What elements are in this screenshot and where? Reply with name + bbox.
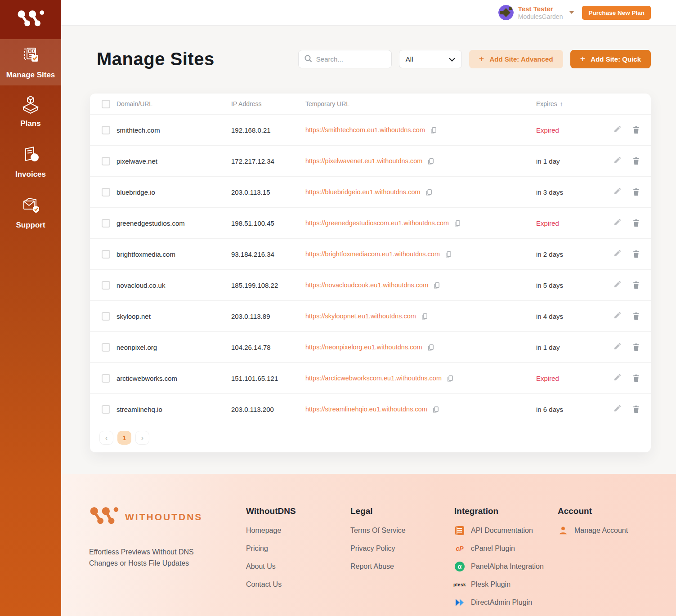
copy-icon[interactable] <box>430 126 437 134</box>
filter-select-value: All <box>406 55 413 63</box>
row-checkbox[interactable] <box>102 281 110 290</box>
copy-icon[interactable] <box>427 157 434 165</box>
edit-icon[interactable] <box>613 219 621 227</box>
footer-link-plesk-plugin[interactable]: plesk Plesk Plugin <box>454 576 558 594</box>
temporary-url-link[interactable]: https://novacloudcouk.eu1.withoutdns.com <box>305 281 428 289</box>
ip-cell: 203.0.113.200 <box>231 406 305 413</box>
footer-link-homepage[interactable]: Homepage <box>246 522 350 540</box>
delete-icon[interactable] <box>632 374 640 382</box>
footer-link-pricing[interactable]: Pricing <box>246 540 350 558</box>
copy-icon[interactable] <box>427 344 434 351</box>
temporary-url-link[interactable]: https://bluebridgeio.eu1.withoutdns.com <box>305 188 421 196</box>
toolbar: All + Add Site: Advanced + Add Site: Qui… <box>298 50 651 68</box>
temporary-url-link[interactable]: https://neonpixelorg.eu1.withoutdns.com <box>305 344 422 351</box>
row-checkbox[interactable] <box>102 374 110 383</box>
add-site-quick-button[interactable]: + Add Site: Quick <box>570 50 651 68</box>
copy-icon[interactable] <box>421 312 428 320</box>
delete-icon[interactable] <box>632 219 640 227</box>
ip-cell: 104.26.14.78 <box>231 344 305 351</box>
temporary-url-link[interactable]: https://arcticwebworkscom.eu1.withoutdns… <box>305 375 442 382</box>
copy-icon[interactable] <box>446 375 454 382</box>
copy-icon[interactable] <box>453 219 461 227</box>
purchase-new-plan-button[interactable]: Purchase New Plan <box>582 6 651 20</box>
temporary-url-link[interactable]: https://brightfoxmediacom.eu1.withoutdns… <box>305 250 440 258</box>
edit-icon[interactable] <box>613 250 621 258</box>
add-site-advanced-button[interactable]: + Add Site: Advanced <box>469 50 563 68</box>
footer-link-manage-account[interactable]: Manage Account <box>558 522 675 540</box>
footer-link-panelalpha-integration[interactable]: α PanelAlpha Integration <box>454 558 558 576</box>
edit-icon[interactable] <box>613 126 621 134</box>
footer-col-title: WithoutDNS <box>246 506 350 516</box>
delete-icon[interactable] <box>632 405 640 413</box>
sidebar-item-invoices[interactable]: $ Invoices <box>0 136 61 187</box>
plus-icon: + <box>479 54 484 64</box>
avatar[interactable] <box>498 5 514 20</box>
edit-icon[interactable] <box>613 312 621 320</box>
delete-icon[interactable] <box>632 312 640 320</box>
edit-icon[interactable] <box>613 281 621 289</box>
temporary-url-link[interactable]: https://pixelwavenet.eu1.withoutdns.com <box>305 157 422 165</box>
footer-link-report-abuse[interactable]: Report Abuse <box>350 558 454 576</box>
search-icon <box>304 54 312 64</box>
footer-link-directadmin-plugin[interactable]: DirectAdmin Plugin <box>454 594 558 612</box>
ip-cell: 203.0.113.15 <box>231 188 305 196</box>
next-page-button[interactable]: › <box>135 431 149 445</box>
search-input[interactable] <box>316 55 386 63</box>
ip-cell: 192.168.0.21 <box>231 126 305 134</box>
temporary-url-link[interactable]: https://skyloopnet.eu1.withoutdns.com <box>305 312 416 320</box>
copy-icon[interactable] <box>433 281 440 289</box>
sidebar-item-manage-sites[interactable]: Manage Sites <box>0 39 61 85</box>
edit-icon[interactable] <box>613 188 621 196</box>
expires-cell: in 3 days <box>536 188 613 196</box>
footer: WITHOUTDNS Effortless Previews Without D… <box>61 474 676 616</box>
ip-cell: 172.217.12.34 <box>231 157 305 165</box>
manage-sites-icon <box>20 45 41 67</box>
ip-cell: 93.184.216.34 <box>231 250 305 258</box>
delete-icon[interactable] <box>632 281 640 289</box>
sites-table: Domain/URL IP Address Temporary URL Expi… <box>90 94 651 452</box>
row-checkbox[interactable] <box>102 157 110 165</box>
sidebar-item-support[interactable]: Support <box>0 187 61 238</box>
edit-icon[interactable] <box>613 343 621 351</box>
copy-icon[interactable] <box>444 250 452 258</box>
temporary-url-link[interactable]: https://smithtechcom.eu1.withoutdns.com <box>305 126 425 134</box>
page-1-button[interactable]: 1 <box>117 431 131 445</box>
row-checkbox[interactable] <box>102 405 110 414</box>
row-checkbox[interactable] <box>102 219 110 228</box>
prev-page-button[interactable]: ‹ <box>99 431 113 445</box>
row-checkbox[interactable] <box>102 343 110 352</box>
pagination: ‹ 1 › <box>90 424 651 452</box>
edit-icon[interactable] <box>613 405 621 413</box>
row-checkbox[interactable] <box>102 126 110 134</box>
footer-link-terms[interactable]: Terms Of Service <box>350 522 454 540</box>
row-checkbox[interactable] <box>102 188 110 196</box>
delete-icon[interactable] <box>632 250 640 258</box>
temporary-url-link[interactable]: https://greenedgestudioscom.eu1.withoutd… <box>305 219 449 227</box>
footer-link-contact-us[interactable]: Contact Us <box>246 576 350 594</box>
copy-icon[interactable] <box>432 406 439 413</box>
user-organization: ModulesGarden <box>518 13 563 20</box>
footer-link-about-us[interactable]: About Us <box>246 558 350 576</box>
edit-icon[interactable] <box>613 374 621 382</box>
sidebar-item-plans[interactable]: Plans <box>0 85 61 136</box>
edit-icon[interactable] <box>613 157 621 165</box>
col-header-expires[interactable]: Expires↑ <box>536 100 613 107</box>
delete-icon[interactable] <box>632 188 640 196</box>
copy-icon[interactable] <box>425 188 433 196</box>
footer-link-cpanel-plugin[interactable]: cP cPanel Plugin <box>454 540 558 558</box>
app-logo[interactable] <box>0 0 61 39</box>
delete-icon[interactable] <box>632 126 640 134</box>
user-menu-caret-icon[interactable] <box>569 11 574 14</box>
temporary-url-link[interactable]: https://streamlinehqio.eu1.withoutdns.co… <box>305 406 427 413</box>
footer-link-privacy[interactable]: Privacy Policy <box>350 540 454 558</box>
filter-select[interactable]: All <box>399 50 462 68</box>
footer-link-api-documentation[interactable]: API Documentation <box>454 522 558 540</box>
row-checkbox[interactable] <box>102 250 110 259</box>
page-title: Manage Sites <box>97 49 215 69</box>
delete-icon[interactable] <box>632 343 640 351</box>
delete-icon[interactable] <box>632 157 640 165</box>
table-row: bluebridge.io 203.0.113.15 https://blueb… <box>90 176 651 207</box>
footer-col-title: Account <box>558 506 675 516</box>
row-checkbox[interactable] <box>102 312 110 321</box>
select-all-checkbox[interactable] <box>102 100 110 108</box>
